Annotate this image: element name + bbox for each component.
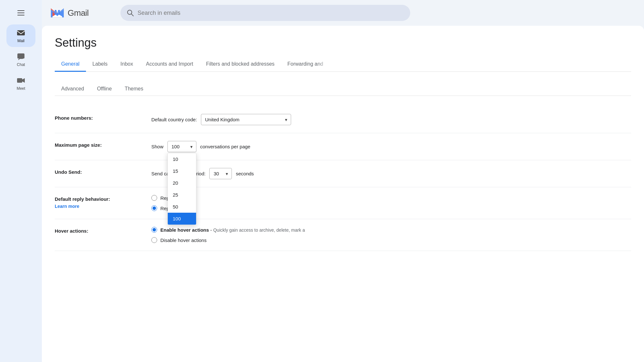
main-area: M Gmail Settings General Labels Inbox Ac…	[42, 0, 644, 362]
undo-select-wrapper[interactable]: 5 10 20 30	[209, 168, 232, 179]
search-input[interactable]	[137, 10, 404, 16]
svg-rect-1	[17, 53, 24, 59]
sidebar-item-mail[interactable]: Mail	[6, 24, 35, 47]
dropdown-option-100[interactable]: 100	[168, 213, 196, 225]
country-select-wrapper[interactable]: United Kingdom United States Australia C…	[201, 114, 291, 125]
learn-more-link[interactable]: Learn more	[55, 204, 138, 209]
dropdown-option-50[interactable]: 50	[168, 201, 196, 213]
seconds-text: seconds	[236, 171, 254, 176]
phone-numbers-setting: Phone numbers: Default country code: Uni…	[55, 106, 631, 133]
tab-filters[interactable]: Filters and blocked addresses	[200, 57, 281, 72]
search-icon	[127, 9, 134, 16]
logo-area: M Gmail	[50, 5, 114, 21]
tab-accounts[interactable]: Accounts and Import	[139, 57, 200, 72]
enable-hover-option[interactable]: Enable hover actions - Quickly gain acce…	[151, 227, 305, 233]
undo-send-control: Send cancellation period: 5 10 20 30 sec…	[151, 168, 631, 179]
default-reply-label: Default reply behaviour:	[55, 196, 138, 202]
enable-hover-label: Enable hover actions	[160, 227, 209, 233]
reply-all-radio[interactable]	[151, 205, 157, 211]
sidebar-item-chat[interactable]: Chat	[6, 48, 35, 71]
header: M Gmail	[42, 0, 644, 26]
undo-send-setting: Undo Send: Send cancellation period: 5 1…	[55, 160, 631, 187]
sidebar-meet-label: Meet	[17, 86, 25, 91]
page-size-select-wrapper[interactable]: 10 15 20 25 50 100	[167, 141, 196, 152]
sidebar: Mail Chat Meet	[0, 0, 42, 362]
tab-labels[interactable]: Labels	[86, 57, 114, 72]
mail-icon	[16, 28, 25, 37]
gmail-logo: M	[50, 5, 65, 21]
search-bar[interactable]	[120, 5, 410, 21]
show-label: Show	[151, 144, 164, 149]
page-size-label: Maximum page size:	[55, 141, 138, 148]
svg-rect-0	[17, 30, 25, 35]
content-area: Settings General Labels Inbox Accounts a…	[42, 26, 644, 362]
disable-hover-option[interactable]: Disable hover actions	[151, 237, 305, 243]
enable-hover-radio[interactable]	[151, 227, 157, 233]
default-reply-control: Reply Reply all	[151, 195, 631, 211]
primary-tabs: General Labels Inbox Accounts and Import…	[55, 57, 631, 72]
page-size-control: Show 10 15 20 25 50 100 1	[151, 141, 631, 152]
tab-offline[interactable]: Offline	[90, 82, 118, 96]
undo-send-label: Undo Send:	[55, 168, 138, 175]
chat-icon	[16, 52, 25, 61]
hover-actions-control: Enable hover actions - Quickly gain acce…	[151, 227, 631, 243]
disable-hover-label: Disable hover actions	[160, 237, 206, 243]
enable-hover-desc: Quickly gain access to archive, delete, …	[213, 227, 305, 233]
sidebar-mail-label: Mail	[17, 39, 24, 43]
tab-advanced[interactable]: Advanced	[55, 82, 90, 96]
page-size-container[interactable]: 10 15 20 25 50 100 10 15 20 25	[167, 141, 196, 152]
svg-text:M: M	[54, 8, 60, 16]
page-size-setting: Maximum page size: Show 10 15 20 25 50 1…	[55, 133, 631, 160]
dropdown-option-20[interactable]: 20	[168, 177, 196, 189]
sidebar-chat-label: Chat	[17, 62, 25, 67]
menu-button[interactable]	[13, 5, 29, 21]
default-reply-setting: Default reply behaviour: Learn more Repl…	[55, 187, 631, 219]
secondary-tabs: Advanced Offline Themes	[55, 82, 631, 96]
undo-select[interactable]: 5 10 20 30	[209, 168, 232, 179]
meet-icon	[16, 76, 25, 85]
tab-themes[interactable]: Themes	[118, 82, 150, 96]
dropdown-option-15[interactable]: 15	[168, 165, 196, 177]
logo-text: Gmail	[68, 8, 89, 18]
page-size-dropdown[interactable]: 10 15 20 25 50 100	[167, 153, 196, 225]
svg-line-9	[131, 14, 133, 16]
country-select[interactable]: United Kingdom United States Australia C…	[201, 114, 291, 125]
tab-general[interactable]: General	[55, 57, 86, 72]
dropdown-option-10[interactable]: 10	[168, 153, 196, 165]
hover-actions-setting: Hover actions: Enable hover actions - Qu…	[55, 219, 631, 251]
dropdown-option-25[interactable]: 25	[168, 189, 196, 201]
conversations-text: conversations per page	[200, 144, 251, 149]
enable-hover-text: Enable hover actions - Quickly gain acce…	[160, 227, 305, 233]
svg-rect-2	[17, 78, 22, 83]
page-size-select[interactable]: 10 15 20 25 50 100	[167, 141, 196, 152]
country-code-label: Default country code:	[151, 117, 197, 122]
tab-inbox[interactable]: Inbox	[114, 57, 139, 72]
disable-hover-radio[interactable]	[151, 237, 157, 243]
reply-radio[interactable]	[151, 195, 157, 201]
page-title: Settings	[55, 36, 631, 50]
sidebar-item-meet[interactable]: Meet	[6, 72, 35, 95]
hover-actions-label: Hover actions:	[55, 227, 138, 234]
default-reply-label-area: Default reply behaviour: Learn more	[55, 195, 138, 209]
phone-numbers-label: Phone numbers:	[55, 114, 138, 121]
phone-numbers-control: Default country code: United Kingdom Uni…	[151, 114, 631, 125]
tab-forwarding[interactable]: Forwarding and	[281, 57, 330, 72]
hover-radio-group: Enable hover actions - Quickly gain acce…	[151, 227, 305, 243]
